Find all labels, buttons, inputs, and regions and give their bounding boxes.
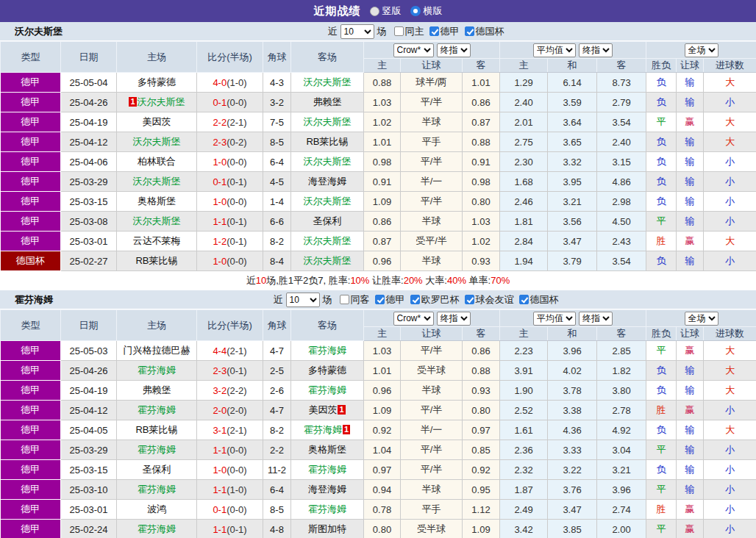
score-cell: 1-0(0-0) [197, 460, 263, 480]
average-source-select[interactable]: 平均值 [533, 43, 576, 57]
matches-tbody: 德甲25-05-03门兴格拉德巴赫4-4(2-1)4-7霍芬海姆1.03平/半0… [1, 341, 756, 538]
score-cell: 4-0(1-0) [197, 73, 263, 93]
league-europa-checkbox[interactable] [410, 295, 420, 304]
league-dfb-pokal-checkbox-wrap[interactable]: 德国杯 [465, 25, 504, 38]
date-cell: 25-02-27 [61, 251, 117, 271]
league-friendly-checkbox[interactable] [465, 295, 474, 304]
summary-segment: 让胜率: [369, 275, 403, 286]
near-label: 近 [328, 25, 338, 38]
away-team-cell: 沃尔夫斯堡 [291, 192, 364, 212]
average-source-select[interactable]: 平均值 [533, 312, 576, 326]
handicap-time-select[interactable]: 终指 [437, 312, 471, 326]
home-team-cell: 柏林联合 [117, 152, 197, 172]
match-row: 德甲25-03-10霍芬海姆1-1(1-0)6-4海登海姆0.94半球0.951… [1, 480, 756, 500]
games-count-select[interactable]: 10 [340, 24, 374, 39]
result-goals: 大 [704, 341, 756, 361]
handicap-home-odds: 0.97 [364, 460, 401, 480]
same-away-checkbox-wrap[interactable]: 同客 [340, 293, 370, 306]
handicap-line: 受半球 [401, 361, 463, 381]
result-outcome: 胜 [646, 500, 677, 520]
result-outcome: 负 [646, 251, 677, 271]
result-scope-select[interactable]: 全场 [685, 43, 718, 57]
avg-away-odds: 3.21 [597, 460, 646, 480]
away-team-cell: 沃尔夫斯堡 [291, 232, 364, 251]
league-bundesliga-checkbox[interactable] [429, 26, 439, 36]
away-team-cell: 弗赖堡 [291, 93, 364, 112]
handicap-time-select[interactable]: 终指 [437, 43, 471, 57]
league-dfb-pokal-checkbox[interactable] [465, 26, 474, 36]
away-team-cell: 斯图加特 [291, 520, 364, 538]
horizontal-layout-radio[interactable]: 横版 [410, 4, 443, 18]
league-bundesliga-checkbox[interactable] [375, 295, 385, 304]
handicap-home-odds: 0.88 [364, 73, 401, 93]
handicap-line: 半/一 [401, 420, 463, 440]
avg-away-odds: 2.00 [597, 520, 646, 538]
avg-draw-odds: 6.14 [548, 73, 597, 93]
handicap-away-odds: 0.80 [463, 401, 500, 420]
radio-button-icon[interactable] [410, 6, 421, 16]
handicap-home-odds: 1.04 [364, 440, 401, 460]
avg-draw-odds: 3.47 [548, 232, 597, 251]
handicap-away-odds: 1.12 [463, 500, 500, 520]
score-cell: 2-2(2-1) [197, 112, 263, 132]
result-outcome: 负 [646, 361, 677, 381]
league-bundesliga-checkbox-wrap[interactable]: 德甲 [429, 25, 460, 38]
league-cell: 德甲 [1, 381, 61, 401]
fulltime-score: 4-0 [213, 77, 227, 88]
league-friendly-checkbox-wrap[interactable]: 球会友谊 [465, 293, 514, 306]
home-team-cell: 奥格斯堡 [117, 192, 197, 212]
bookmaker-select[interactable]: Crow* [393, 312, 434, 326]
radio-button-icon[interactable] [370, 7, 379, 16]
league-cell: 德甲 [1, 172, 61, 192]
team-name-text: 沃尔夫斯堡 [304, 196, 352, 207]
team-name-text: 沃尔夫斯堡 [304, 235, 352, 246]
result-outcome: 负 [646, 132, 677, 152]
corner-cell: 1-4 [263, 192, 291, 212]
bookmaker-select[interactable]: Crow* [393, 43, 434, 57]
date-cell: 25-04-26 [61, 361, 117, 381]
handicap-line: 平/半 [401, 440, 463, 460]
corner-cell: 8-5 [263, 132, 291, 152]
fulltime-score: 0-1 [213, 504, 227, 515]
team-name-text: 霍芬海姆 [304, 424, 342, 435]
corner-cell: 4-7 [263, 341, 291, 361]
league-dfb-pokal-checkbox[interactable] [519, 295, 529, 304]
score-cell: 2-3(0-1) [197, 361, 263, 381]
halftime-score: (0-1) [227, 365, 246, 376]
league-dfb-pokal-checkbox-label: 德国杯 [530, 293, 559, 306]
games-count-select[interactable]: 10 [286, 293, 320, 307]
avg-home-odds: 3.91 [500, 361, 548, 381]
team-name-text: 霍芬海姆 [308, 503, 346, 514]
home-team-cell: 霍芬海姆 [117, 440, 197, 460]
same-away-checkbox[interactable] [340, 295, 349, 304]
league-cell: 德甲 [1, 73, 61, 93]
result-goals: 小 [704, 172, 756, 192]
league-europa-checkbox-wrap[interactable]: 欧罗巴杯 [410, 293, 460, 306]
halftime-score: (0-1) [227, 524, 246, 535]
handicap-line: 平/半 [401, 152, 463, 172]
summary-segment: 40% [447, 275, 466, 286]
handicap-away-odds: 0.86 [463, 341, 500, 361]
avg-draw-odds: 3.59 [548, 93, 597, 112]
league-dfb-pokal-checkbox-wrap[interactable]: 德国杯 [519, 293, 559, 306]
average-time-select[interactable]: 终指 [579, 43, 613, 57]
corner-cell: 4-7 [263, 401, 291, 420]
handicap-home-odds: 0.91 [364, 172, 401, 192]
summary-segment: 单率: [466, 275, 491, 286]
home-team-cell: 沃尔夫斯堡 [117, 172, 197, 192]
same-home-checkbox[interactable] [394, 26, 404, 36]
matches-tbody: 德甲25-05-04多特蒙德4-0(1-0)4-3沃尔夫斯堡0.88球半/两1.… [1, 73, 756, 271]
league-cell: 德甲 [1, 341, 61, 361]
result-goals: 小 [704, 93, 756, 112]
league-bundesliga-checkbox-wrap[interactable]: 德甲 [375, 293, 405, 306]
avg-away-odds: 2.79 [597, 93, 646, 112]
vertical-layout-radio[interactable]: 竖版 [370, 4, 402, 18]
handicap-away-odds: 1.02 [463, 232, 500, 251]
team-name-text: RB莱比锡 [135, 255, 177, 266]
average-time-select[interactable]: 终指 [579, 312, 613, 326]
league-dfb-pokal-checkbox-label: 德国杯 [476, 25, 504, 38]
result-goals: 小 [704, 440, 756, 460]
result-scope-select[interactable]: 全场 [685, 312, 718, 326]
same-home-checkbox-wrap[interactable]: 同主 [394, 25, 424, 38]
handicap-line: 平/半 [401, 341, 463, 361]
